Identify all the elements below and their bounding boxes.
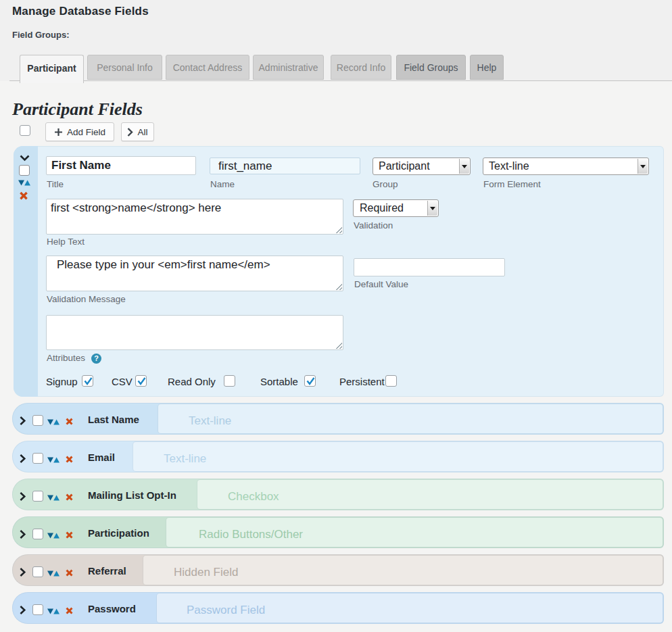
svg-text:?: ?	[94, 354, 99, 362]
